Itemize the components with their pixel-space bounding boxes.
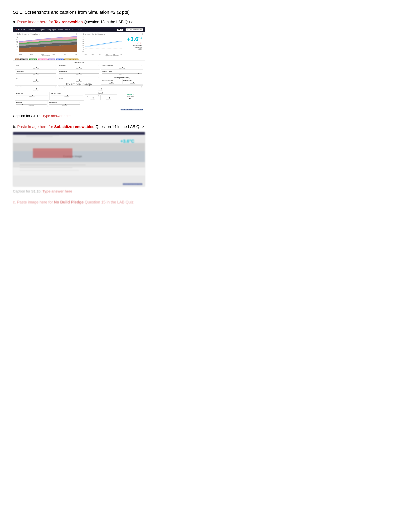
control-methane-status: status quo [102, 74, 142, 75]
control-natural-gas: Natural Gas ⋮ status quo [15, 92, 49, 101]
buildings-title: Buildings and Industry [101, 77, 143, 78]
control-nuclear-name: Nuclear [59, 77, 64, 79]
control-deforestation-dots[interactable]: ⋮ [97, 71, 99, 73]
energy-supply-title: Energy Supply [15, 62, 143, 63]
controls-row-4: Bioenergy ⋮ status quo Carbon Price ⋮ st… [15, 101, 143, 107]
control-ng-name: Natural Gas [16, 93, 23, 94]
nav-simulation[interactable]: Simulation ▾ [28, 29, 37, 31]
control-renewables-name: Renewables [59, 65, 66, 66]
left-chart-header: ▶ Global Sources of Primary Energy ⊙ [15, 33, 77, 35]
right-chart-canvas [85, 36, 122, 52]
item-b-black: Question 14 in the LAB Quiz [95, 124, 144, 129]
control-technological: Technological ⋮ status quo [58, 86, 143, 91]
item-c-container: c. Paste image here for No Build Pledge … [13, 200, 398, 204]
control-renewables-dots[interactable]: ⋮ [97, 65, 99, 66]
right-x-axis: 200020202040206020802100 [85, 54, 122, 55]
control-bioenergy: Bioenergy ⋮ status quo [15, 101, 48, 107]
control-coal-name: Coal [16, 65, 19, 66]
nav-graphs[interactable]: Graphs ▾ [39, 29, 45, 31]
item-c-label: c. Paste image here for No Build Pledge … [13, 200, 398, 204]
legend-gas: GAS [24, 58, 28, 60]
blurred-bar-b [33, 148, 72, 158]
control-electrification-1: Electrification ⋮ status quo [15, 70, 57, 76]
sim-legend: COAL OIL GAS BIOENERGY RENEWABLES NUCLEA… [13, 58, 145, 61]
nav-help[interactable]: Help ▾ [65, 29, 70, 31]
control-ee1-dots[interactable]: ⋮ [140, 65, 142, 66]
sim-charts-area: ▶ Global Sources of Primary Energy ⊙ 180… [13, 32, 145, 58]
left-y-label: Exajoules/year [15, 55, 77, 56]
control-elec1-status: status quo [16, 74, 56, 75]
controls-grid-2: Oil ⋮ status quo Nuclear ⋮ status qu [15, 76, 143, 91]
control-deforestation-name: Deforestation [59, 71, 67, 72]
item-b-label: b. Paste image here for Subsidize renewa… [13, 124, 398, 129]
control-nuclear-dots[interactable]: ⋮ [97, 77, 99, 79]
sim-logo: EN-ROADS [15, 29, 26, 31]
control-bld-elec: Electrification ⋮ status quo [122, 79, 143, 85]
blurred-line-3 [20, 165, 86, 165]
item-b-prefix: b. [13, 124, 17, 129]
blurred-ambassador-b: En-ROADS Climate Ambassador Training [123, 183, 142, 185]
control-coal: Coal ⋮ status quo [15, 64, 57, 70]
left-chart-panel: ▶ Global Sources of Primary Energy ⊙ 180… [13, 32, 79, 58]
item-a-bold: Tax renewables [54, 20, 83, 24]
nav-language[interactable]: Language ▾ [47, 29, 56, 31]
control-coal-status: status quo [16, 68, 56, 69]
share-button[interactable]: ⤴ Share Your Scenario [126, 28, 143, 31]
simulator-screenshot-a: EN-ROADS Simulation ▾ Graphs ▾ Language … [13, 27, 145, 111]
control-ee1-name: Energy Efficiency [102, 65, 113, 66]
caption-b-label: Caption for S1.1b: [13, 189, 42, 193]
control-oil-status: status quo [16, 81, 56, 82]
controls-row-3: Natural Gas ⋮ status quo New Zero Carbon… [15, 92, 143, 101]
item-a-prefix: a. [13, 20, 17, 24]
left-chart-canvas [19, 36, 77, 52]
legend-bioenergy: BIOENERGY [29, 58, 37, 60]
control-ee1-status: status quo [102, 68, 142, 69]
legend-renewables: RENEWABLES [38, 58, 47, 60]
item-a-paste: Paste image here for [17, 20, 54, 24]
legend-nuclear: NUCLEAR [48, 58, 55, 60]
left-chart-title: Global Sources of Primary Energy [17, 33, 40, 35]
share-icon: ⤴ [127, 29, 128, 30]
legend-co2-range: CURRENT CO2 RANGE [64, 58, 78, 60]
control-carbon-price: Carbon Price ⋮ status quo [48, 101, 81, 107]
right-chart-expand[interactable]: ⊙ [142, 33, 143, 35]
control-oil-dots[interactable]: ⋮ [55, 77, 56, 79]
item-b-paste: Paste image here for [17, 124, 54, 129]
item-c-prefix: c. [13, 200, 17, 204]
caption-b-answer: Type answer here [42, 189, 72, 193]
sim-controls: Example image Energy Supply Coal ⋮ statu… [13, 61, 145, 108]
caption-a-label: Caption for S1.1a: [13, 114, 42, 118]
caption-a: Caption for S1.1a: Type answer here [13, 114, 398, 118]
left-x-axis: 200020202040206020802100 [19, 54, 77, 55]
control-nuclear-status: status quo [59, 81, 99, 82]
right-y-axis: 1401201008060 40200-20 [81, 36, 84, 52]
item-c-black: Question 15 in the LAB Quiz [85, 200, 133, 204]
control-methane-dots[interactable]: ⋮ [140, 71, 142, 73]
share-label: Share Your Scenario [129, 29, 142, 30]
control-renewables: Renewables ⋮ status quo [58, 64, 100, 70]
control-population: Population ⋮ status quo [85, 95, 100, 100]
control-elec1-dots[interactable]: ⋮ [55, 71, 56, 73]
caption-a-answer[interactable]: Type answer here [42, 114, 71, 118]
temp-secondary: +6.5° [127, 42, 142, 45]
right-line-chart: 1401201008060 40200-20 [81, 36, 143, 55]
control-oil: Oil ⋮ status quo [15, 76, 57, 85]
legend-oil: OIL [20, 58, 24, 60]
right-y-label: Gigatons CO2 equivalent/yr [81, 55, 143, 56]
blurred-inner-b: Example image +3.6°C En-ROADS Climate Am… [13, 132, 145, 187]
control-elec1-name: Electrification [16, 71, 24, 72]
item-b-bold: Subsidize renewables [54, 124, 94, 129]
item-b-container: b. Paste image here for Subsidize renewa… [13, 124, 398, 193]
climate-logo: CLIMATEINTERACTIVE [127, 94, 134, 97]
nav-icons: ↩ ← → ↺ ⊞ ℹ [72, 29, 82, 31]
left-chart-expand[interactable]: ⊙ [76, 33, 77, 35]
control-bld-ee: Energy Efficiency ⋮ status quo [101, 79, 122, 85]
control-coal-dots[interactable]: ⋮ [55, 65, 56, 66]
blurred-line-4 [20, 168, 72, 168]
control-nuclear: Nuclear ⋮ status quo [58, 76, 100, 85]
legend-coal: COAL [15, 58, 19, 60]
mit-logo: MIT [129, 97, 131, 99]
blurred-line-1 [26, 135, 59, 136]
control-energy-efficiency-1: Energy Efficiency ⋮ status quo [101, 64, 143, 70]
nav-view[interactable]: View ▾ [58, 29, 63, 31]
